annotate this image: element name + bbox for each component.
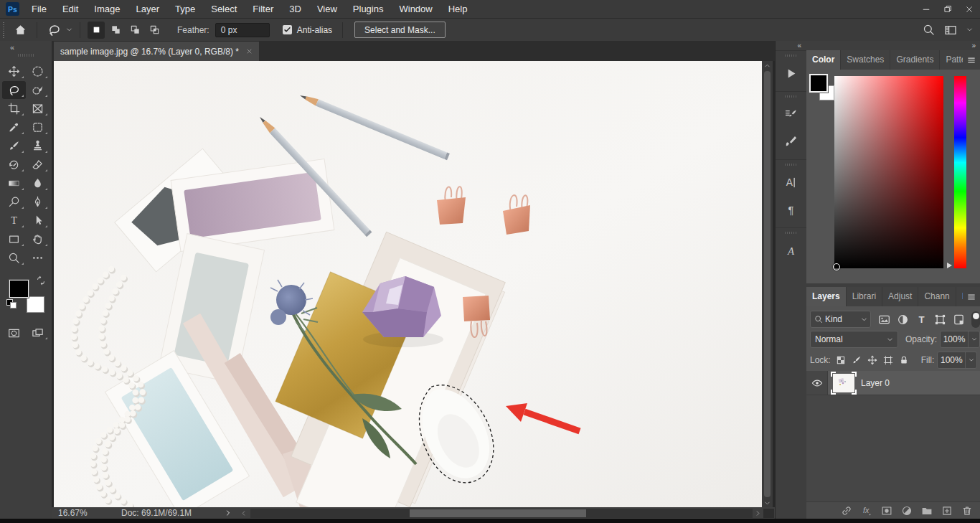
- menu-view[interactable]: View: [309, 0, 345, 18]
- layer-visibility-toggle[interactable]: [806, 371, 828, 395]
- horizontal-scrollbar[interactable]: [250, 509, 753, 518]
- tool-dodge[interactable]: [2, 193, 26, 211]
- lock-all-icon[interactable]: [899, 355, 909, 365]
- horizontal-scroll-thumb[interactable]: [410, 509, 586, 517]
- tab-chann[interactable]: Chann: [918, 287, 956, 306]
- tab-layers[interactable]: Layers: [806, 287, 847, 306]
- tool-elliptical-marquee[interactable]: [26, 62, 50, 80]
- search-icon[interactable]: [923, 24, 935, 36]
- vertical-scrollbar[interactable]: [762, 61, 773, 507]
- menu-3d[interactable]: 3D: [281, 0, 309, 18]
- tool-gradient[interactable]: [2, 174, 26, 192]
- fill-dropdown[interactable]: 100%: [937, 352, 977, 369]
- tool-history-brush[interactable]: [2, 156, 26, 174]
- home-button[interactable]: [11, 21, 29, 39]
- new-adjustment-icon[interactable]: [901, 505, 913, 517]
- new-group-icon[interactable]: [921, 505, 933, 517]
- tool-eyedropper[interactable]: [2, 118, 26, 136]
- panel-button-paragraph-panel[interactable]: ¶: [776, 196, 806, 223]
- layer-row[interactable]: Layer 0: [806, 371, 980, 395]
- collapse-panels-button[interactable]: »: [971, 42, 975, 50]
- tool-frame[interactable]: [26, 100, 50, 118]
- tool-brush[interactable]: [2, 137, 26, 155]
- menu-plugins[interactable]: Plugins: [345, 0, 392, 18]
- swap-colors-icon[interactable]: [36, 275, 46, 286]
- scroll-down-icon[interactable]: [764, 499, 771, 507]
- tool-hand[interactable]: [26, 230, 50, 248]
- tab-swatches[interactable]: Swatches: [841, 50, 890, 70]
- default-colors-icon[interactable]: [6, 299, 17, 308]
- foreground-color-swatch[interactable]: [809, 74, 828, 93]
- lock-transparent-icon[interactable]: [836, 355, 846, 365]
- screen-mode-button[interactable]: [26, 324, 50, 341]
- new-layer-icon[interactable]: [941, 505, 953, 517]
- layer-effects-icon[interactable]: fx: [861, 505, 872, 517]
- scroll-right-icon[interactable]: [755, 510, 761, 517]
- pixel-layer-filter-icon[interactable]: [878, 314, 890, 326]
- add-mask-icon[interactable]: [881, 505, 892, 517]
- tool-blur[interactable]: [26, 174, 50, 192]
- select-and-mask-button[interactable]: Select and Mask...: [354, 22, 446, 38]
- vertical-scroll-thumb[interactable]: [764, 71, 771, 497]
- workspace-icon[interactable]: [944, 24, 957, 37]
- lock-pixels-icon[interactable]: [852, 355, 862, 365]
- panel-menu-icon[interactable]: [963, 50, 980, 70]
- tool-eraser[interactable]: [26, 156, 50, 174]
- scroll-left-icon[interactable]: [240, 510, 247, 517]
- document-tab[interactable]: sample image.jpg @ 16.7% (Layer 0, RGB/8…: [54, 42, 259, 61]
- tool-rectangle[interactable]: [2, 230, 26, 248]
- minimize-button[interactable]: [915, 0, 937, 18]
- type-layer-filter-icon[interactable]: T: [915, 314, 928, 326]
- status-options-icon[interactable]: [225, 509, 232, 517]
- restore-button[interactable]: [937, 0, 958, 18]
- menu-help[interactable]: Help: [440, 0, 476, 18]
- panel-button-brush-settings[interactable]: [776, 100, 806, 128]
- hue-slider-arrow[interactable]: [947, 263, 952, 268]
- menu-layer[interactable]: Layer: [128, 0, 168, 18]
- layer-thumbnail[interactable]: [833, 374, 854, 392]
- menu-file[interactable]: File: [24, 0, 55, 18]
- tool-healing-brush[interactable]: [26, 118, 50, 136]
- tool-zoom[interactable]: [2, 249, 26, 267]
- chevron-down-icon[interactable]: [966, 27, 973, 33]
- background-color-swatch[interactable]: [27, 296, 44, 313]
- menu-filter[interactable]: Filter: [245, 0, 281, 18]
- close-button[interactable]: [958, 0, 980, 18]
- panel-menu-icon[interactable]: [963, 287, 980, 306]
- menu-image[interactable]: Image: [86, 0, 128, 18]
- panel-button-actions-play[interactable]: [776, 60, 806, 87]
- color-field-marker[interactable]: [833, 263, 840, 270]
- opacity-dropdown[interactable]: 100%: [940, 331, 980, 348]
- menu-select[interactable]: Select: [203, 0, 245, 18]
- foreground-color-swatch[interactable]: [9, 280, 29, 298]
- intersect-selection-button[interactable]: [146, 22, 163, 39]
- tool-clone-stamp[interactable]: [26, 137, 50, 155]
- scroll-up-icon[interactable]: [764, 61, 771, 70]
- layer-filter-dropdown[interactable]: Kind: [810, 311, 871, 328]
- collapse-toolbar-button[interactable]: «: [10, 43, 14, 52]
- tool-preset-button[interactable]: [47, 23, 72, 37]
- tab-gradients[interactable]: Gradients: [890, 50, 940, 70]
- tab-adjust[interactable]: Adjust: [882, 287, 918, 306]
- feather-input[interactable]: 0 px: [215, 23, 270, 37]
- panel-button-brushes[interactable]: [776, 128, 806, 155]
- layer-filter-toggle[interactable]: [971, 311, 980, 328]
- anti-alias-checkbox[interactable]: [283, 25, 292, 34]
- smart-object-filter-icon[interactable]: [953, 314, 965, 326]
- zoom-level-field[interactable]: 16.67%: [58, 508, 97, 518]
- shape-layer-filter-icon[interactable]: [934, 314, 946, 326]
- canvas[interactable]: [54, 61, 762, 507]
- menu-type[interactable]: Type: [167, 0, 203, 18]
- tab-librari[interactable]: Librari: [847, 287, 882, 306]
- tool-type[interactable]: T: [2, 212, 26, 230]
- link-layers-icon[interactable]: [841, 505, 852, 517]
- panel-button-glyphs-panel[interactable]: A: [776, 237, 806, 264]
- hue-slider[interactable]: [954, 76, 966, 268]
- tool-path-selection[interactable]: [26, 212, 50, 230]
- lock-position-icon[interactable]: [867, 355, 877, 365]
- tool-edit-toolbar[interactable]: [26, 249, 50, 267]
- delete-layer-icon[interactable]: [961, 505, 973, 517]
- tab-color[interactable]: Color: [806, 50, 841, 70]
- new-selection-button[interactable]: [88, 22, 105, 39]
- tool-object-selection[interactable]: [26, 81, 50, 99]
